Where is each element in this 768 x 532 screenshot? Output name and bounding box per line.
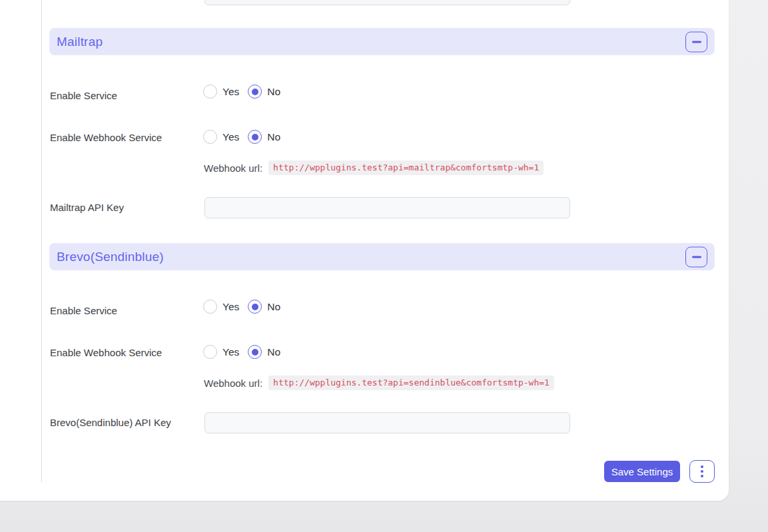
radio-yes-label[interactable]: Yes (222, 86, 239, 98)
enable-service-radio-group: Yes No (203, 300, 289, 314)
section-header-brevo[interactable]: Brevo(Sendinblue) (49, 243, 715, 270)
radio-no[interactable] (248, 85, 262, 99)
api-key-label: Mailtrap API Key (50, 202, 124, 213)
radio-yes[interactable] (203, 130, 217, 144)
section-title: Brevo(Sendinblue) (57, 250, 164, 264)
radio-no[interactable] (248, 300, 262, 314)
radio-no[interactable] (248, 345, 262, 359)
radio-yes[interactable] (203, 345, 217, 359)
radio-yes[interactable] (203, 85, 217, 99)
enable-webhook-radio-group: Yes No (203, 345, 289, 359)
radio-yes-label[interactable]: Yes (222, 131, 239, 143)
collapse-button[interactable] (685, 246, 707, 267)
section-brevo: Brevo(Sendinblue) Enable Service Yes No … (0, 215, 768, 430)
radio-yes-label[interactable]: Yes (222, 346, 239, 358)
radio-no-label[interactable]: No (267, 86, 280, 98)
radio-yes[interactable] (203, 300, 217, 314)
radio-no-label[interactable]: No (267, 131, 280, 143)
kebab-menu-icon (701, 465, 703, 477)
more-options-button[interactable] (689, 460, 715, 483)
webhook-url-value: http://wpplugins.test?api=mailtrap&comfo… (268, 160, 544, 175)
webhook-url-label: Webhook url: (204, 162, 262, 174)
minus-icon (692, 41, 701, 43)
enable-webhook-radio-group: Yes No (203, 130, 289, 144)
brevo-api-key-input[interactable] (204, 412, 570, 433)
section-title: Mailtrap (57, 35, 103, 49)
radio-yes-label[interactable]: Yes (222, 301, 239, 313)
enable-service-label: Enable Service (50, 305, 117, 316)
save-settings-button[interactable]: Save Settings (604, 461, 680, 482)
radio-no-label[interactable]: No (267, 301, 280, 313)
section-mailtrap: Mailtrap Enable Service Yes No Enable We… (0, 0, 768, 215)
enable-webhook-label: Enable Webhook Service (50, 347, 162, 358)
webhook-url-label: Webhook url: (204, 378, 262, 389)
minus-icon (692, 256, 701, 258)
section-header-mailtrap[interactable]: Mailtrap (49, 28, 715, 55)
enable-service-radio-group: Yes No (203, 85, 289, 99)
settings-page: Mailtrap Enable Service Yes No Enable We… (0, 0, 768, 532)
enable-service-label: Enable Service (50, 90, 117, 101)
radio-no-label[interactable]: No (267, 346, 280, 358)
api-key-label: Brevo(Sendinblue) API Key (50, 417, 171, 428)
collapse-button[interactable] (685, 31, 707, 52)
webhook-url-value: http://wpplugins.test?api=sendinblue&com… (268, 376, 554, 390)
radio-no[interactable] (248, 130, 262, 144)
webhook-url-line: Webhook url: http://wpplugins.test?api=m… (204, 160, 544, 175)
enable-webhook-label: Enable Webhook Service (50, 132, 162, 143)
webhook-url-line: Webhook url: http://wpplugins.test?api=s… (204, 376, 554, 390)
